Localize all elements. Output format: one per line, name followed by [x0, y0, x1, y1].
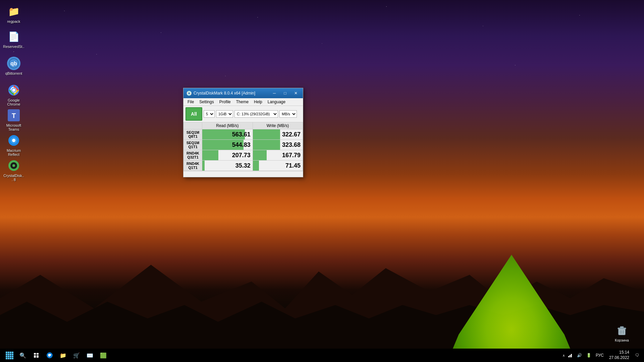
window-titlebar[interactable]: 💿 CrystalDiskMark 8.0.4 x64 [Admin] ─ □ … — [183, 88, 303, 98]
col-read: Read (MB/s) — [202, 122, 253, 129]
taskbar-tray: ∧ 🔊 🔋 РУС 15:14 27.06.2022 🗨 — [562, 350, 641, 360]
row-label-2: RND4KQ32T1 — [184, 150, 202, 161]
menu-profile[interactable]: Profile — [217, 99, 233, 105]
svg-rect-27 — [568, 356, 569, 357]
battery-tray-icon[interactable]: 🔋 — [585, 351, 593, 359]
write-value-2: 167.79 — [253, 150, 303, 161]
menu-file[interactable]: File — [185, 99, 197, 105]
system-clock[interactable]: 15:14 27.06.2022 — [606, 350, 632, 360]
row-label-0: SEQ1MQ8T1 — [184, 129, 202, 140]
crystaldiskmark-window: 💿 CrystalDiskMark 8.0.4 x64 [Admin] ─ □ … — [183, 88, 303, 177]
menu-language[interactable]: Language — [265, 99, 288, 105]
desktop-icon-qbittorrent[interactable]: qb qBittorrent — [2, 55, 26, 77]
desktop-icon-reservedst[interactable]: 📄 ReservedSt... — [2, 28, 26, 54]
svg-text:T: T — [12, 112, 16, 119]
col-label — [184, 122, 202, 129]
read-value-3: 35.32 — [202, 161, 253, 171]
recycle-bin-icon — [615, 323, 629, 337]
row-label-1: SEQ1MQ1T1 — [184, 140, 202, 150]
read-value-0: 563.61 — [202, 129, 253, 140]
desktop-icon-regpack[interactable]: 📁 regpack — [2, 3, 26, 25]
svg-point-12 — [12, 139, 15, 142]
svg-rect-29 — [571, 354, 572, 357]
unit-select[interactable]: MB/s — [279, 110, 297, 118]
stars-decoration — [0, 0, 644, 217]
chrome-label: Google Chrome — [3, 98, 24, 106]
regpack-label: regpack — [7, 19, 20, 23]
teams-icon: T — [7, 109, 20, 122]
crystaldisk-icon — [7, 159, 20, 172]
desktop-icon-recycle-bin[interactable]: Корзина — [610, 322, 634, 344]
write-value-0: 322.67 — [253, 129, 303, 140]
task-view-button[interactable] — [30, 349, 43, 362]
window-icon: 💿 — [186, 90, 192, 96]
taskbar-store-button[interactable]: 🛒 — [70, 349, 83, 362]
menu-theme[interactable]: Theme — [233, 99, 251, 105]
window-title: CrystalDiskMark 8.0.4 x64 [Admin] — [194, 91, 268, 96]
desktop-icon-chrome[interactable]: Google Chrome — [2, 82, 26, 108]
search-button[interactable]: 🔍 — [16, 349, 30, 362]
desktop-icon-teams[interactable]: T Microsoft Teams — [2, 107, 26, 133]
all-button[interactable]: All — [185, 107, 202, 121]
size-select[interactable]: 1GiB — [216, 110, 233, 118]
row-label-3: RND4KQ1T1 — [184, 161, 202, 171]
desktop-icon-macrium[interactable]: Macrium Reflect — [2, 132, 26, 158]
windows-logo-icon — [6, 352, 13, 359]
reservedst-icon: 📄 — [7, 30, 20, 43]
taskbar: 🔍 📁 🛒 ✉️ 🟩 ∧ 🔊 🔋 РУС — [0, 349, 644, 362]
read-value-1: 544.83 — [202, 140, 253, 150]
window-statusbar — [183, 171, 303, 177]
show-hidden-icons-button[interactable]: ∧ — [562, 354, 565, 357]
taskbar-custom-button[interactable]: 🟩 — [97, 349, 110, 362]
taskbar-explorer-button[interactable]: 📁 — [56, 349, 70, 362]
chrome-icon — [7, 83, 20, 97]
window-close-button[interactable]: ✕ — [291, 89, 300, 97]
svg-point-15 — [12, 164, 15, 167]
window-minimize-button[interactable]: ─ — [270, 89, 279, 97]
write-value-1: 323.68 — [253, 140, 303, 150]
crystaldisk-label: CrystalDisk... 8 — [3, 174, 24, 182]
recycle-bin-label: Корзина — [615, 338, 629, 342]
svg-rect-23 — [37, 353, 39, 355]
qbittorrent-icon: qb — [7, 57, 20, 70]
regpack-icon: 📁 — [7, 5, 20, 18]
language-indicator[interactable]: РУС — [594, 353, 605, 358]
taskbar-mail-button[interactable]: ✉️ — [83, 349, 97, 362]
drive-select[interactable]: C: 13% (29/232GiB) — [234, 110, 278, 118]
macrium-icon — [7, 134, 20, 147]
col-write: Write (MB/s) — [253, 122, 303, 129]
qbittorrent-label: qBittorrent — [5, 71, 22, 75]
read-value-2: 207.73 — [202, 150, 253, 161]
sound-tray-icon[interactable]: 🔊 — [576, 351, 584, 359]
window-menubar: File Settings Profile Theme Help Languag… — [183, 98, 303, 106]
start-button[interactable] — [3, 349, 16, 362]
clock-time: 15:14 — [609, 350, 629, 355]
taskbar-edge-button[interactable] — [43, 349, 56, 362]
svg-rect-25 — [37, 355, 39, 358]
desktop-icon-crystaldisk[interactable]: CrystalDisk... 8 — [2, 158, 26, 183]
svg-text:qb: qb — [10, 61, 17, 66]
clock-date: 27.06.2022 — [609, 355, 629, 361]
reservedst-label: ReservedSt... — [3, 45, 24, 53]
svg-point-7 — [12, 88, 15, 92]
write-value-3: 71.45 — [253, 161, 303, 171]
network-tray-icon[interactable] — [566, 351, 574, 359]
svg-rect-28 — [570, 355, 571, 357]
svg-rect-18 — [620, 326, 624, 328]
menu-help[interactable]: Help — [251, 99, 265, 105]
count-select[interactable]: 5 — [204, 110, 215, 118]
notifications-button[interactable]: 🗨 — [633, 351, 641, 359]
menu-settings[interactable]: Settings — [197, 99, 216, 105]
macrium-label: Macrium Reflect — [3, 148, 24, 157]
svg-rect-22 — [34, 353, 36, 355]
teams-label: Microsoft Teams — [3, 123, 24, 131]
svg-rect-24 — [34, 355, 36, 358]
window-controls: All 5 1GiB C: 13% (29/232GiB) MB/s — [183, 106, 303, 122]
benchmark-table: Read (MB/s) Write (MB/s) SEQ1MQ8T1563.61… — [183, 122, 303, 171]
window-maximize-button[interactable]: □ — [281, 89, 289, 97]
